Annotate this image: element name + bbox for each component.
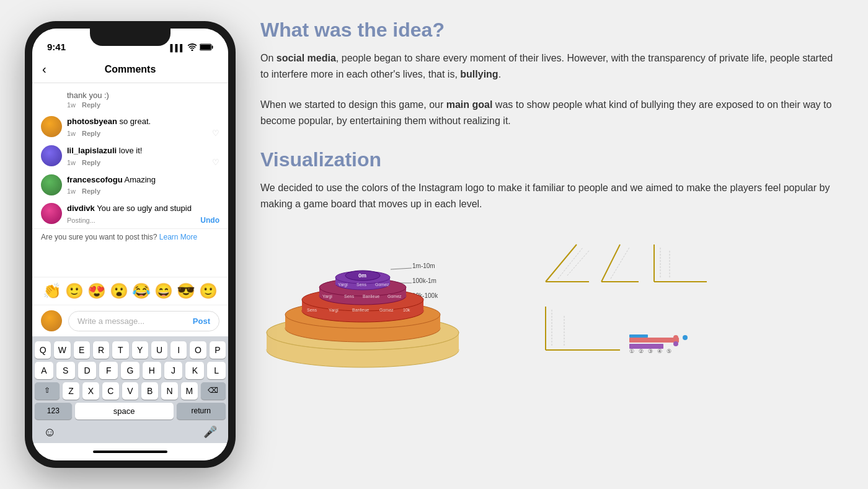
key-k[interactable]: K bbox=[185, 362, 204, 379]
key-c[interactable]: C bbox=[102, 382, 119, 400]
comment-item-posting: divdivk You are so ugly and stupid Posti… bbox=[32, 199, 228, 228]
emoji-smile2[interactable]: 🙂 bbox=[199, 282, 218, 300]
paragraph-goal: When we started to design this game, our… bbox=[260, 97, 843, 130]
home-bar bbox=[93, 451, 167, 453]
svg-text:Gomez: Gomez bbox=[379, 308, 394, 312]
key-u[interactable]: U bbox=[151, 341, 167, 359]
reply-button[interactable]: Reply bbox=[82, 159, 100, 166]
key-v[interactable]: V bbox=[122, 382, 139, 400]
emoji-heart-eyes[interactable]: 😍 bbox=[87, 282, 106, 300]
comment-text: francescofogu Amazing bbox=[67, 174, 219, 186]
key-delete[interactable]: ⌫ bbox=[201, 382, 226, 400]
undo-button[interactable]: Undo bbox=[200, 216, 219, 225]
key-x[interactable]: X bbox=[82, 382, 99, 400]
key-g[interactable]: G bbox=[121, 362, 140, 379]
message-input-box[interactable]: Write a message... Post bbox=[68, 311, 219, 331]
key-s[interactable]: S bbox=[56, 362, 75, 379]
svg-line-4 bbox=[391, 268, 412, 269]
svg-text:Sens: Sens bbox=[307, 308, 317, 312]
svg-text:④: ④ bbox=[657, 348, 662, 354]
key-m[interactable]: M bbox=[181, 382, 198, 400]
svg-text:Yargi: Yargi bbox=[329, 308, 339, 313]
reply-button[interactable]: Reply bbox=[82, 130, 100, 137]
svg-text:10k: 10k bbox=[403, 308, 410, 312]
svg-text:0m: 0m bbox=[358, 272, 366, 279]
keyboard-row-2: A S D F G H J K L bbox=[35, 362, 226, 379]
svg-text:100k-1m: 100k-1m bbox=[412, 277, 436, 284]
comment-content: Amazing bbox=[123, 175, 156, 184]
comment-item: lil_lapislazuli love it! 1w Reply ♡ bbox=[32, 141, 228, 171]
partial-comment-meta: 1w Reply bbox=[32, 101, 228, 112]
key-l[interactable]: L bbox=[207, 362, 226, 379]
emoji-laugh[interactable]: 😂 bbox=[132, 282, 151, 300]
bold-bullying: bullying bbox=[460, 69, 498, 79]
message-input-row: Write a message... Post bbox=[32, 305, 228, 336]
key-p[interactable]: P bbox=[210, 341, 226, 359]
keyboard-bottom: ☺ 🎤 bbox=[35, 423, 226, 441]
key-n[interactable]: N bbox=[161, 382, 178, 400]
back-button[interactable]: ‹ bbox=[42, 62, 46, 76]
key-123[interactable]: 123 bbox=[35, 403, 72, 419]
key-r[interactable]: R bbox=[93, 341, 109, 359]
learn-more-link[interactable]: Learn More bbox=[159, 233, 197, 241]
like-icon[interactable]: ♡ bbox=[212, 158, 219, 167]
emoji-grin[interactable]: 😄 bbox=[154, 282, 173, 300]
key-e[interactable]: E bbox=[74, 341, 90, 359]
emoji-cool[interactable]: 😎 bbox=[177, 282, 195, 300]
svg-rect-63 bbox=[629, 338, 679, 343]
nav-title: Comments bbox=[105, 64, 156, 75]
emoji-keyboard-icon[interactable]: ☺ bbox=[43, 425, 56, 439]
key-j[interactable]: J bbox=[164, 362, 183, 379]
svg-text:Gomez: Gomez bbox=[375, 282, 389, 287]
avatar bbox=[41, 203, 62, 224]
reply-label[interactable]: Reply bbox=[82, 101, 100, 109]
like-icon[interactable]: ♡ bbox=[212, 128, 219, 138]
key-z[interactable]: Z bbox=[63, 382, 79, 400]
heading-idea: What was the idea? bbox=[260, 19, 843, 42]
bold-social-media: social media bbox=[277, 53, 336, 63]
emoji-clap[interactable]: 👏 bbox=[43, 282, 61, 300]
comment-item: francescofogu Amazing 1w Reply bbox=[32, 171, 228, 199]
key-t[interactable]: T bbox=[112, 341, 128, 359]
key-y[interactable]: Y bbox=[132, 341, 148, 359]
comment-text: divdivk You are so ugly and stupid bbox=[67, 203, 219, 214]
nav-bar: ‹ Comments bbox=[32, 56, 228, 83]
reply-button[interactable]: Reply bbox=[82, 187, 100, 195]
key-a[interactable]: A bbox=[35, 362, 53, 379]
key-i[interactable]: I bbox=[170, 341, 187, 359]
key-h[interactable]: H bbox=[143, 362, 161, 379]
key-d[interactable]: D bbox=[78, 362, 97, 379]
posting-row: Posting... Undo bbox=[67, 216, 219, 225]
comment-time: 1w bbox=[67, 187, 76, 195]
game-board-diagram: 1m-10m 100k-1m 10k-100k 1k-10k 0-1k bbox=[260, 226, 527, 369]
comment-meta: 1w Reply bbox=[67, 187, 219, 195]
keyboard-row-1: Q W E R T Y U I O P bbox=[35, 341, 226, 359]
emoji-surprised[interactable]: 😮 bbox=[110, 282, 128, 300]
message-placeholder: Write a message... bbox=[78, 316, 144, 326]
comment-text: photosbyean so great. bbox=[67, 116, 219, 127]
wifi-icon bbox=[188, 43, 197, 52]
svg-text:Sens: Sens bbox=[344, 294, 354, 298]
key-w[interactable]: W bbox=[54, 341, 70, 359]
key-return[interactable]: return bbox=[177, 403, 226, 419]
key-f[interactable]: F bbox=[99, 362, 118, 379]
comment-username: lil_lapislazuli bbox=[67, 146, 117, 155]
key-space[interactable]: space bbox=[75, 403, 174, 419]
svg-text:①: ① bbox=[629, 348, 634, 354]
svg-rect-65 bbox=[629, 334, 648, 338]
mic-icon[interactable]: 🎤 bbox=[203, 425, 217, 439]
post-button[interactable]: Post bbox=[193, 316, 210, 326]
emoji-smile[interactable]: 🙂 bbox=[65, 282, 84, 300]
key-b[interactable]: B bbox=[141, 382, 158, 400]
content-area: What was the idea? On social media, peop… bbox=[260, 12, 843, 477]
key-q[interactable]: Q bbox=[35, 341, 51, 359]
svg-text:⑤: ⑤ bbox=[666, 348, 671, 354]
key-o[interactable]: O bbox=[190, 341, 206, 359]
svg-rect-2 bbox=[212, 46, 213, 49]
comment-content: love it! bbox=[117, 146, 142, 155]
sketch-diagrams: ① ② ③ ④ ⑤ bbox=[539, 232, 843, 369]
svg-text:Gomez: Gomez bbox=[388, 294, 402, 298]
time-label: 1w bbox=[67, 101, 76, 109]
key-shift[interactable]: ⇧ bbox=[35, 382, 60, 400]
comment-body: francescofogu Amazing 1w Reply bbox=[67, 174, 219, 194]
